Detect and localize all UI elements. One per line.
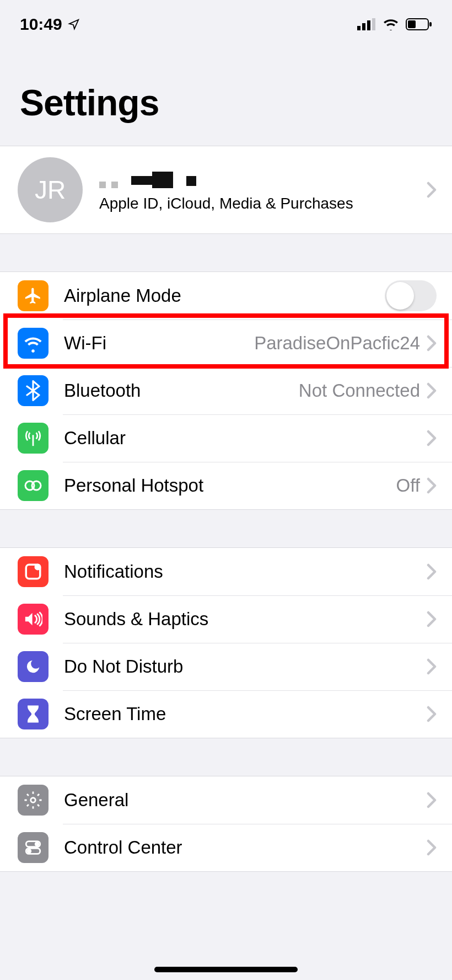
apple-id-subtitle: Apple ID, iCloud, Media & Purchases (99, 195, 427, 212)
svg-rect-3 (372, 18, 375, 30)
wifi-icon (383, 18, 399, 30)
control-center-row[interactable]: Control Center (0, 824, 452, 871)
notifications-icon (18, 556, 49, 587)
sounds-icon (18, 604, 49, 635)
general-section: General Control Center (0, 776, 452, 872)
bluetooth-value: Not Connected (299, 380, 427, 401)
alerts-section: Notifications Sounds & Haptics Do Not Di… (0, 547, 452, 738)
screen-time-row[interactable]: Screen Time (0, 690, 452, 738)
bluetooth-icon (18, 375, 49, 406)
moon-icon (18, 651, 49, 682)
chevron-right-icon (427, 839, 437, 856)
chevron-right-icon (427, 792, 437, 808)
do-not-disturb-label: Do Not Disturb (49, 656, 427, 677)
chevron-right-icon (427, 382, 437, 399)
airplane-mode-toggle[interactable] (385, 280, 437, 311)
status-bar: 10:49 (0, 0, 452, 49)
chevron-right-icon (427, 658, 437, 675)
status-time: 10:49 (20, 15, 62, 34)
sounds-haptics-row[interactable]: Sounds & Haptics (0, 595, 452, 643)
page-title: Settings (20, 82, 432, 124)
chevron-right-icon (427, 182, 437, 198)
cellular-signal-icon (357, 18, 376, 30)
cellular-row[interactable]: Cellular (0, 414, 452, 462)
svg-rect-0 (357, 26, 360, 30)
cellular-icon (18, 423, 49, 454)
svg-point-11 (31, 798, 36, 803)
sounds-haptics-label: Sounds & Haptics (49, 609, 427, 630)
chevron-right-icon (427, 335, 437, 351)
gear-icon (18, 785, 49, 816)
svg-point-8 (32, 481, 41, 490)
svg-point-13 (35, 843, 39, 846)
hotspot-icon (18, 470, 49, 501)
control-center-icon (18, 832, 49, 863)
apple-id-row[interactable]: JR Apple ID, iCloud, Media & Purchases (0, 146, 452, 233)
general-row[interactable]: General (0, 776, 452, 824)
notifications-label: Notifications (49, 561, 427, 582)
connectivity-section: Airplane Mode Wi-Fi ParadiseOnPacfic24 B… (0, 271, 452, 510)
apple-id-section: JR Apple ID, iCloud, Media & Purchases (0, 146, 452, 234)
do-not-disturb-row[interactable]: Do Not Disturb (0, 643, 452, 690)
svg-rect-5 (408, 20, 416, 28)
chevron-right-icon (427, 563, 437, 580)
svg-rect-1 (362, 23, 365, 30)
airplane-icon (18, 280, 49, 311)
bluetooth-row[interactable]: Bluetooth Not Connected (0, 367, 452, 414)
airplane-mode-row[interactable]: Airplane Mode (0, 272, 452, 319)
personal-hotspot-value: Off (396, 475, 427, 496)
notifications-row[interactable]: Notifications (0, 548, 452, 595)
svg-rect-6 (429, 22, 432, 26)
svg-point-15 (28, 850, 31, 853)
chevron-right-icon (427, 430, 437, 446)
wifi-label: Wi-Fi (49, 333, 254, 354)
svg-rect-2 (367, 20, 370, 30)
cellular-label: Cellular (49, 428, 427, 449)
wifi-value: ParadiseOnPacfic24 (254, 333, 427, 354)
general-label: General (49, 790, 427, 811)
battery-icon (406, 18, 432, 30)
chevron-right-icon (427, 611, 437, 627)
location-icon (68, 18, 80, 30)
hourglass-icon (18, 699, 49, 729)
personal-hotspot-row[interactable]: Personal Hotspot Off (0, 462, 452, 509)
bluetooth-label: Bluetooth (49, 380, 299, 401)
avatar: JR (18, 157, 83, 222)
header: Settings (0, 49, 452, 146)
screen-time-label: Screen Time (49, 704, 427, 725)
airplane-mode-label: Airplane Mode (49, 285, 385, 306)
wifi-icon (18, 328, 49, 359)
wifi-row[interactable]: Wi-Fi ParadiseOnPacfic24 (0, 319, 452, 367)
control-center-label: Control Center (49, 837, 427, 858)
chevron-right-icon (427, 477, 437, 494)
apple-id-name-redacted (99, 167, 427, 188)
chevron-right-icon (427, 706, 437, 722)
home-indicator[interactable] (154, 967, 298, 972)
personal-hotspot-label: Personal Hotspot (49, 475, 396, 496)
svg-point-10 (35, 564, 40, 569)
